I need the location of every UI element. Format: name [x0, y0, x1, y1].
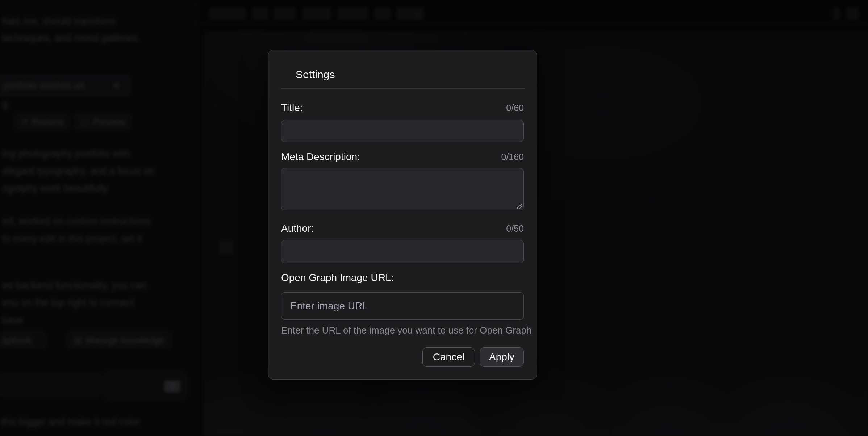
author-counter: 0/50 [506, 223, 524, 234]
meta-description-counter: 0/160 [501, 152, 524, 162]
og-image-helper-text: Enter the URL of the image you want to u… [281, 324, 524, 336]
meta-description-label: Meta Description: [281, 151, 360, 163]
app-window: hats me, should transform techniques, an… [0, 0, 868, 436]
title-field-row: Title: 0/60 [281, 101, 524, 114]
author-label: Author: [281, 223, 314, 234]
dialog-actions: Cancel Apply [281, 347, 524, 367]
title-counter: 0/60 [506, 103, 524, 113]
author-input[interactable] [281, 240, 524, 263]
og-image-url-input[interactable] [281, 292, 524, 320]
settings-dialog: Settings Title: 0/60 Meta Description: 0… [268, 50, 537, 380]
dialog-title: Settings [296, 68, 524, 81]
og-image-url-label: Open Graph Image URL: [281, 272, 394, 284]
apply-button[interactable]: Apply [480, 347, 524, 367]
author-field-row: Author: 0/50 [281, 222, 524, 235]
og-image-field-row: Open Graph Image URL: [281, 271, 524, 284]
cancel-button[interactable]: Cancel [422, 347, 475, 367]
meta-description-field-row: Meta Description: 0/160 [281, 150, 524, 163]
title-label: Title: [281, 102, 303, 114]
dialog-divider [281, 88, 524, 89]
title-input[interactable] [281, 120, 524, 142]
meta-description-textarea[interactable] [281, 168, 524, 210]
